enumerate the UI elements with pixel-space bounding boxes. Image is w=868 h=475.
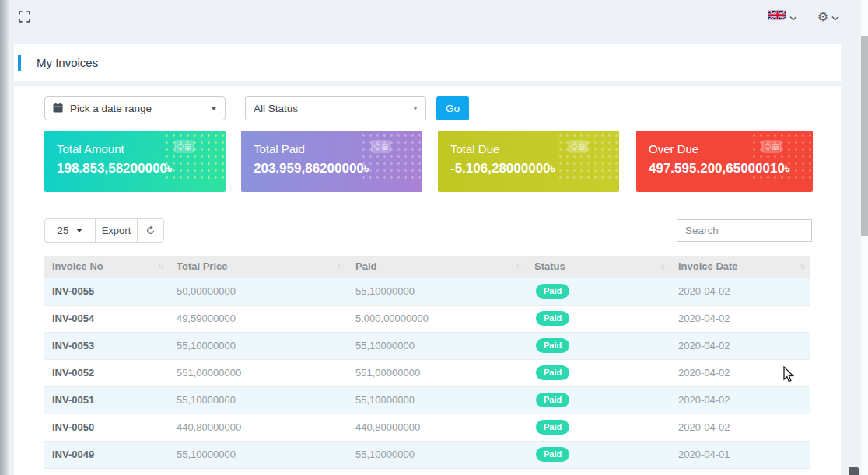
total-paid-card: Total Paid 203.959,86200000৳ [241, 131, 422, 192]
cell-invoice-date: 2020-04-02 [670, 278, 810, 305]
table-row[interactable]: INV-0052 551,00000000 551,00000000 Paid … [44, 359, 810, 386]
settings-menu[interactable]: ⚙ [817, 10, 839, 24]
status-badge: Paid [536, 284, 569, 299]
table-body: INV-0055 50,00000000 55,10000000 Paid 20… [44, 278, 810, 468]
search-input[interactable] [677, 219, 812, 242]
cell-invoice-date: 2020-04-02 [670, 332, 810, 359]
cell-status: Paid [527, 359, 670, 386]
table-row[interactable]: INV-0051 55,10000000 55,10000000 Paid 20… [44, 386, 810, 414]
table-header-row: Invoice No↑↓ Total Price↑↓ Paid↑↓ Status… [44, 256, 810, 278]
table-controls: 25 Export [44, 218, 164, 243]
cell-status: Paid [527, 441, 670, 468]
cell-status: Paid [527, 332, 670, 359]
card-value: -5.106,28000000৳ [450, 160, 607, 178]
sort-icon: ↑↓ [800, 262, 804, 271]
table-row[interactable]: INV-0049 55,10000000 55,10000000 Paid 20… [44, 441, 810, 468]
cell-paid: 5.000,00000000 [348, 305, 527, 332]
cell-invoice-no: INV-0053 [44, 332, 169, 359]
chevron-down-icon [831, 10, 839, 24]
go-button[interactable]: Go [436, 96, 469, 120]
cell-invoice-no: INV-0049 [44, 441, 169, 468]
calendar-icon [53, 103, 63, 115]
cell-status: Paid [527, 278, 670, 305]
cell-paid: 55,10000000 [348, 332, 527, 359]
card-label: Total Paid [254, 141, 410, 158]
page-title: My Invoices [37, 56, 98, 69]
caret-down-icon [76, 229, 82, 232]
invoices-table: Invoice No↑↓ Total Price↑↓ Paid↑↓ Status… [44, 256, 810, 469]
page-header: My Invoices [14, 44, 841, 81]
page-scrollbar-thumb[interactable] [861, 36, 868, 236]
cell-invoice-date: 2020-04-02 [670, 359, 810, 386]
cell-invoice-no: INV-0050 [44, 414, 169, 441]
column-header-total-price[interactable]: Total Price↑↓ [169, 256, 348, 278]
uk-flag-icon [768, 9, 786, 24]
caret-down-icon [211, 107, 217, 110]
status-filter-select[interactable]: All Status [245, 96, 426, 120]
cell-paid: 440,80000000 [348, 414, 527, 441]
column-header-paid[interactable]: Paid↑↓ [348, 256, 527, 278]
page-size-select[interactable]: 25 [44, 218, 96, 243]
date-range-picker[interactable]: Pick a date range [44, 96, 226, 120]
chevron-down-icon [789, 10, 797, 24]
column-header-status[interactable]: Status↑↓ [527, 256, 670, 278]
card-label: Total Due [450, 141, 607, 158]
page-size-value: 25 [58, 225, 68, 236]
status-badge: Paid [536, 365, 569, 380]
cell-total-price: 55,10000000 [169, 441, 348, 468]
fullscreen-icon[interactable] [19, 11, 33, 25]
cell-total-price: 440,80000000 [169, 414, 348, 441]
cell-total-price: 551,00000000 [169, 359, 348, 386]
cell-paid: 551,00000000 [348, 359, 527, 386]
date-range-label: Pick a date range [70, 103, 152, 114]
card-label: Over Due [649, 141, 800, 158]
sort-icon: ↑↓ [660, 262, 664, 271]
export-button[interactable]: Export [95, 218, 138, 243]
status-badge: Paid [536, 338, 569, 353]
cell-invoice-date: 2020-04-02 [670, 414, 810, 441]
over-due-card: Over Due 497.595.200,65000010৳ [636, 131, 813, 192]
cell-invoice-no: INV-0055 [44, 278, 169, 305]
table-row[interactable]: INV-0050 440,80000000 440,80000000 Paid … [44, 414, 810, 441]
refresh-button[interactable] [137, 218, 164, 243]
topbar: ⚙ [9, 0, 861, 36]
scroll-to-top-button[interactable] [849, 467, 859, 475]
collapsed-sidebar-edge [0, 0, 9, 475]
column-header-invoice-date[interactable]: Invoice Date↑↓ [670, 256, 810, 278]
table-row[interactable]: INV-0053 55,10000000 55,10000000 Paid 20… [44, 332, 810, 359]
cell-invoice-no: INV-0052 [44, 359, 169, 386]
cell-status: Paid [527, 386, 670, 414]
cell-invoice-date: 2020-04-01 [670, 441, 810, 468]
cell-total-price: 50,00000000 [169, 278, 348, 305]
cell-invoice-date: 2020-04-02 [670, 386, 810, 414]
status-badge: Paid [536, 393, 569, 407]
status-badge: Paid [536, 420, 569, 435]
card-value: 497.595.200,65000010৳ [649, 160, 800, 178]
card-value: 198.853,58200000৳ [57, 160, 213, 178]
caret-down-icon [413, 107, 418, 110]
sort-icon: ↑↓ [516, 262, 520, 271]
column-header-invoice-no[interactable]: Invoice No↑↓ [44, 256, 169, 278]
cell-status: Paid [527, 414, 670, 441]
cell-paid: 55,10000000 [348, 386, 527, 414]
page-scrollbar-track[interactable] [861, 0, 868, 475]
cell-total-price: 55,10000000 [169, 332, 348, 359]
table-row[interactable]: INV-0054 49,59000000 5.000,00000000 Paid… [44, 305, 810, 332]
cell-status: Paid [527, 305, 670, 332]
total-amount-card: Total Amount 198.853,58200000৳ [44, 131, 226, 192]
status-badge: Paid [536, 447, 569, 462]
title-accent-bar [18, 55, 21, 71]
cell-paid: 55,10000000 [348, 441, 527, 468]
language-picker[interactable] [768, 9, 797, 24]
status-badge: Paid [536, 311, 569, 326]
cell-invoice-date: 2020-04-02 [670, 305, 810, 332]
table-row[interactable]: INV-0055 50,00000000 55,10000000 Paid 20… [44, 278, 810, 305]
invoices-panel: Pick a date range All Status Go [14, 86, 841, 475]
app-window: ⚙ My Invoices Pick a date range [0, 0, 868, 475]
card-value: 203.959,86200000৳ [254, 160, 410, 178]
status-filter-value: All Status [254, 103, 298, 114]
sort-icon: ↑↓ [337, 262, 341, 271]
cell-paid: 55,10000000 [348, 278, 527, 305]
cell-invoice-no: INV-0051 [44, 386, 169, 414]
gear-icon: ⚙ [817, 11, 828, 23]
